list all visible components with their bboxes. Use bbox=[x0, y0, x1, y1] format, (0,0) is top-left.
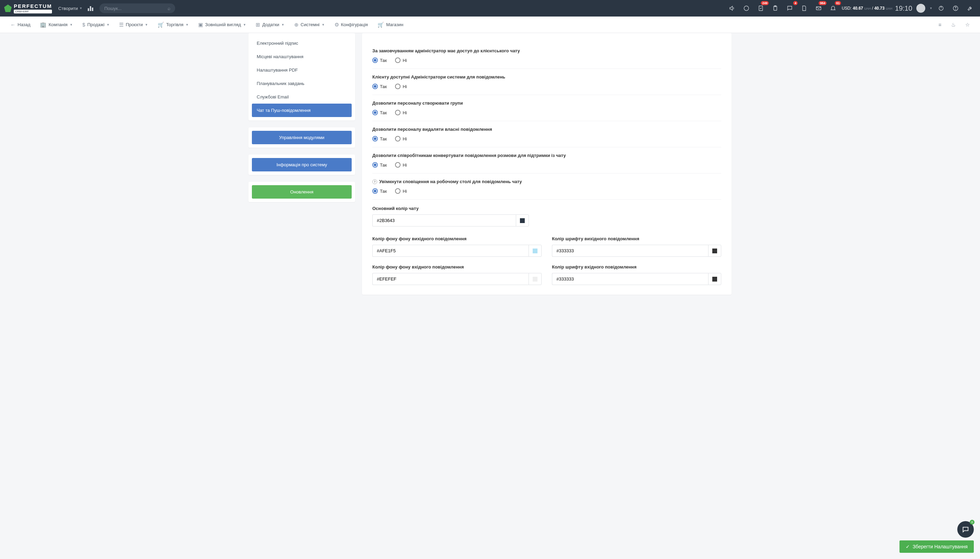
building-icon: 🏢 bbox=[40, 22, 46, 28]
nav-projects[interactable]: ☰Проєкти▼ bbox=[115, 17, 152, 33]
color-outfont-swatch[interactable] bbox=[708, 245, 721, 257]
nav-config[interactable]: ⚙Конфігурація bbox=[330, 17, 372, 33]
logo[interactable]: PERFECTUM CRM+ERP bbox=[4, 3, 52, 13]
analytics-icon[interactable] bbox=[85, 2, 97, 14]
sidebar-item-chat[interactable]: Чат та Пуш-повідомлення bbox=[252, 104, 351, 117]
window-icon: ▣ bbox=[198, 22, 203, 28]
sidebar-item-email[interactable]: Службові Email bbox=[252, 90, 351, 104]
q4-no[interactable]: Ні bbox=[395, 136, 407, 141]
nav-back[interactable]: ← Назад bbox=[6, 17, 35, 33]
topbar: PERFECTUM CRM+ERP Створити ▼ ⌕ 249 4 964… bbox=[0, 0, 980, 17]
sidebar: Електронний підпис Місцеві налаштування … bbox=[248, 33, 355, 294]
update-button[interactable]: Оновлення bbox=[252, 185, 351, 198]
messages-icon[interactable] bbox=[741, 2, 752, 14]
color-outfont-input[interactable] bbox=[552, 245, 708, 257]
clipboard-icon[interactable] bbox=[769, 2, 781, 14]
search-icon: ⌕ bbox=[168, 5, 170, 11]
nav-appearance[interactable]: ▣Зовнішній вигляд▼ bbox=[194, 17, 250, 33]
sidebar-item-scheduler[interactable]: Планувальник завдань bbox=[252, 77, 351, 90]
sidebar-item-esign[interactable]: Електронний підпис bbox=[252, 36, 351, 50]
sidebar-item-locale[interactable]: Місцеві налаштування bbox=[252, 50, 351, 63]
nav-sales[interactable]: $Продажі▼ bbox=[78, 17, 114, 33]
q5-no[interactable]: Ні bbox=[395, 162, 407, 168]
main-form: За замовчуванням адміністратор має досту… bbox=[362, 33, 732, 294]
color-infont-input[interactable] bbox=[552, 273, 708, 285]
help-icon[interactable] bbox=[950, 2, 962, 14]
q3-no[interactable]: Ні bbox=[395, 110, 407, 115]
q5-yes[interactable]: Так bbox=[372, 162, 387, 168]
document-icon[interactable] bbox=[799, 2, 810, 14]
color-outbg-swatch[interactable] bbox=[528, 245, 542, 257]
nav-company[interactable]: 🏢Компанія▼ bbox=[36, 17, 77, 33]
q6-no[interactable]: Ні bbox=[395, 188, 407, 194]
navbar: ← Назад 🏢Компанія▼ $Продажі▼ ☰Проєкти▼ 🛒… bbox=[0, 17, 980, 33]
chevron-down-icon: ▼ bbox=[69, 23, 73, 26]
sidebar-sysinfo-card: Інформація про систему bbox=[248, 155, 355, 175]
color-inbg-swatch[interactable] bbox=[528, 273, 542, 285]
sidebar-update-card: Оновлення bbox=[248, 182, 355, 202]
color-infont-label: Колір шрифту вхідного повідомлення bbox=[552, 265, 721, 270]
sidebar-menu: Електронний підпис Місцеві налаштування … bbox=[248, 33, 355, 121]
tasks-icon[interactable]: 249 bbox=[755, 2, 767, 14]
layers-icon: ☰ bbox=[119, 22, 124, 28]
chevron-down-icon: ▼ bbox=[322, 23, 325, 26]
color-outbg-input[interactable] bbox=[372, 245, 528, 257]
stack-icon[interactable]: ≡ bbox=[934, 17, 945, 33]
q4-yes[interactable]: Так bbox=[372, 136, 387, 141]
chevron-down-icon: ▼ bbox=[185, 23, 188, 26]
q2-no[interactable]: Ні bbox=[395, 84, 407, 89]
chevron-down-icon[interactable]: ▼ bbox=[929, 7, 932, 10]
q2-label: Клієнту доступні Адміністратори системи … bbox=[372, 74, 721, 79]
chat-icon[interactable]: 4 bbox=[784, 2, 795, 14]
tasks-badge: 249 bbox=[761, 1, 769, 5]
sidebar-item-pdf[interactable]: Налаштування PDF bbox=[252, 63, 351, 77]
search-box[interactable]: ⌕ bbox=[99, 3, 175, 13]
logo-subtext: CRM+ERP bbox=[14, 10, 52, 13]
color-main-swatch[interactable] bbox=[516, 215, 529, 227]
nav-back-label: Назад bbox=[18, 22, 30, 27]
globe-icon: ⊕ bbox=[294, 22, 299, 28]
sidebar-modules-card: Управління модулями bbox=[248, 127, 355, 148]
mail-icon[interactable]: 964 bbox=[813, 2, 825, 14]
modules-button[interactable]: Управління модулями bbox=[252, 131, 351, 144]
chevron-down-icon: ▼ bbox=[282, 23, 285, 26]
q1-no[interactable]: Ні bbox=[395, 58, 407, 63]
nav-trade[interactable]: 🛒Торгівля▼ bbox=[153, 17, 193, 33]
q1-label: За замовчуванням адміністратор має досту… bbox=[372, 48, 721, 53]
currency-display: USD: 40.67 UAH / 40.73 UAH bbox=[841, 6, 892, 11]
color-main-label: Основний колір чату bbox=[372, 206, 529, 211]
create-label: Створити bbox=[58, 6, 78, 11]
flame-icon[interactable]: ♨ bbox=[947, 17, 960, 33]
user-menu[interactable] bbox=[915, 2, 927, 14]
create-dropdown[interactable]: Створити ▼ bbox=[58, 6, 82, 11]
color-infont-swatch[interactable] bbox=[708, 273, 721, 285]
q3-label: Дозволити персоналу створювати групи bbox=[372, 101, 721, 106]
q2-yes[interactable]: Так bbox=[372, 84, 387, 89]
bell-icon[interactable]: 61 bbox=[827, 2, 839, 14]
chat-badge: 4 bbox=[793, 1, 798, 5]
bell-badge: 61 bbox=[835, 1, 841, 5]
tools-icon[interactable] bbox=[964, 2, 976, 14]
svg-point-0 bbox=[744, 6, 749, 11]
chevron-down-icon: ▼ bbox=[243, 23, 246, 26]
help-circle-icon[interactable]: ? bbox=[372, 179, 377, 184]
q1-yes[interactable]: Так bbox=[372, 58, 387, 63]
nav-addons[interactable]: ⊞Додатки▼ bbox=[252, 17, 288, 33]
q6-yes[interactable]: Так bbox=[372, 188, 387, 194]
sound-icon[interactable] bbox=[726, 2, 738, 14]
star-icon[interactable]: ☆ bbox=[961, 17, 974, 33]
mail-badge: 964 bbox=[818, 1, 827, 5]
power-icon[interactable] bbox=[935, 2, 947, 14]
search-input[interactable] bbox=[104, 6, 168, 11]
cart-icon: 🛒 bbox=[378, 22, 384, 28]
color-main-input[interactable] bbox=[372, 215, 516, 227]
nav-store[interactable]: 🛒Магазин bbox=[373, 17, 408, 33]
svg-point-8 bbox=[955, 9, 956, 10]
color-inbg-input[interactable] bbox=[372, 273, 528, 285]
nav-system[interactable]: ⊕Системні▼ bbox=[290, 17, 329, 33]
q3-yes[interactable]: Так bbox=[372, 110, 387, 115]
sliders-icon: ⚙ bbox=[335, 22, 339, 28]
color-outfont-label: Колір шрифту вихідного повідомлення bbox=[552, 236, 721, 241]
sysinfo-button[interactable]: Інформація про систему bbox=[252, 158, 351, 171]
clock: 19:10 bbox=[895, 5, 912, 12]
